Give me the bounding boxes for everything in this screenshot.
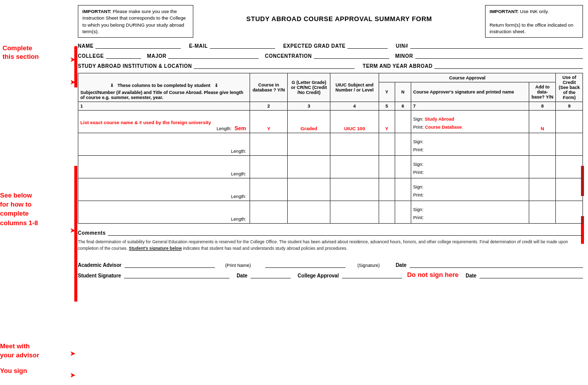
email-field-line <box>210 42 275 49</box>
important-left-label: IMPORTANT: <box>82 9 111 14</box>
row4-col4 <box>330 178 379 201</box>
th-num7: 7 <box>411 102 529 111</box>
college-field-line <box>106 52 141 59</box>
disclaimer-text: The final determination of suitability f… <box>78 239 583 252</box>
row4-col9 <box>556 178 583 201</box>
field-row-3: STUDY ABROAD INSTITUTION & LOCATION TERM… <box>78 62 583 69</box>
table-row-2: Length: Sign:Print: <box>78 133 583 156</box>
row5-col3 <box>287 201 330 224</box>
row1-col5: Y <box>379 111 395 133</box>
row3-col8 <box>529 156 556 178</box>
th-col3: G (Letter Grade) or CR/NC (Credit /No Cr… <box>287 73 330 102</box>
fields-section: NAME E-MAIL EXPECTED GRAD DATE UIN# COLL… <box>78 42 583 69</box>
th-num9: 9 <box>556 102 583 111</box>
college-label: COLLEGE <box>78 53 104 59</box>
form-container: IMPORTANT: Please make sure you use the … <box>78 5 583 278</box>
do-not-sign: Do not sign here <box>407 271 459 278</box>
row2-col9 <box>556 133 583 156</box>
name-label: NAME <box>78 43 93 49</box>
row5-subject: Length: <box>78 201 250 224</box>
arrow-you-sign: ➤ <box>70 371 76 379</box>
th-num3: 3 <box>287 102 330 111</box>
row2-col6 <box>395 133 411 156</box>
signature-section: Academic Advisor (Print Name) (Signature… <box>78 256 583 278</box>
concentration-label: CONCENTRATION <box>265 53 312 59</box>
row1-col8: N <box>529 111 556 133</box>
row1-sign: Study Abroad <box>425 117 454 122</box>
print-name-label: (Print Name) <box>218 263 258 268</box>
row5-col9 <box>556 201 583 224</box>
row3-col7: Sign:Print: <box>411 156 529 178</box>
advisor-label: Academic Advisor <box>78 262 122 268</box>
table-row-3: Length: Sign:Print: <box>78 156 583 178</box>
th-add-db: Add to data-base? Y/N <box>529 82 556 102</box>
minor-label: MINOR <box>395 53 413 59</box>
table-row-5: Length: Sign:Print: <box>78 201 583 224</box>
row3-col4 <box>330 156 379 178</box>
comments-line: Comments <box>78 229 583 236</box>
course-table: ⇓ These columns to be completed by stude… <box>78 73 583 224</box>
comments-label: Comments <box>78 230 106 236</box>
college-approval-line <box>342 271 402 278</box>
form-title: STUDY ABROAD COURSE APPROVAL SUMMARY FOR… <box>198 15 480 23</box>
row1-print: Course Database <box>425 125 462 130</box>
minor-field-line <box>415 52 583 59</box>
arrow-see-below: ➤ <box>70 226 76 234</box>
student-date-label: Date <box>237 273 248 278</box>
disclaimer-bold: Student's signature below <box>129 246 182 251</box>
field-row-2: COLLEGE MAJOR CONCENTRATION MINOR <box>78 52 583 59</box>
print-name-label-wrapper: (Print Name) <box>218 256 258 268</box>
row2-subject: Length: <box>78 133 250 156</box>
row5-col8 <box>529 201 556 224</box>
sig-row-student: Student Signature Date College Approval … <box>78 271 583 278</box>
row4-col3 <box>287 178 330 201</box>
row2-col5 <box>379 133 395 156</box>
row1-col7: Sign: Study Abroad Print: Course Databas… <box>411 111 529 133</box>
arrow-complete: ➤ <box>70 55 76 63</box>
th-num6: 6 <box>395 102 411 111</box>
row4-col6 <box>395 178 411 201</box>
th-col2: Course in database ? Y/N <box>250 73 288 102</box>
row5-col2 <box>250 201 288 224</box>
form-header: IMPORTANT: Please make sure you use the … <box>78 5 583 38</box>
final-date-line <box>480 271 583 278</box>
form-title-area: STUDY ABROAD COURSE APPROVAL SUMMARY FOR… <box>198 5 480 23</box>
row3-col3 <box>287 156 330 178</box>
row5-col7: Sign:Print: <box>411 201 529 224</box>
final-date-label: Date <box>465 273 477 278</box>
disclaimer-end: indicates that student has read and unde… <box>183 246 347 251</box>
advisor-date-line <box>410 261 583 268</box>
th-num4: 4 <box>330 102 379 111</box>
th-student-note-label: These columns to be completed by student <box>117 83 210 88</box>
th-subject: ⇓ These columns to be completed by stude… <box>78 73 250 102</box>
row5-col6 <box>395 201 411 224</box>
row2-col3 <box>287 133 330 156</box>
th-approver: Course Approver's signature and printed … <box>411 82 529 102</box>
row1-subject: List exact course name & # used by the f… <box>78 111 250 133</box>
row4-col5 <box>379 178 395 201</box>
row1-col4: UIUC 100 <box>330 111 379 133</box>
comments-field-line <box>108 229 583 236</box>
row4-col8 <box>529 178 556 201</box>
row1-col2: Y <box>250 111 288 133</box>
grad-date-label: EXPECTED GRAD DATE <box>283 43 345 49</box>
name-field-line <box>95 42 181 49</box>
institution-label: STUDY ABROAD INSTITUTION & LOCATION <box>78 63 192 69</box>
advisor-sig-line <box>265 261 345 268</box>
th-yn-y: Y <box>379 82 395 102</box>
student-label: Student Signature <box>78 273 121 278</box>
arrow-meet: ➤ <box>70 349 76 357</box>
th-num1: 1 <box>78 102 250 111</box>
row4-col7: Sign:Print: <box>411 178 529 201</box>
th-num5: 5 <box>379 102 395 111</box>
student-sig-line <box>124 271 229 278</box>
row2-col8 <box>529 133 556 156</box>
row1-col3: Graded <box>287 111 330 133</box>
th-use-credit: Use of Credit (See back of the Form) <box>556 73 583 102</box>
signature-label-wrapper: (Signature) <box>348 263 389 268</box>
row3-col5 <box>379 156 395 178</box>
sig-row-advisor: Academic Advisor (Print Name) (Signature… <box>78 256 583 268</box>
important-box-left: IMPORTANT: Please make sure you use the … <box>78 5 193 38</box>
major-label: MAJOR <box>147 53 167 59</box>
institution-field-line <box>194 62 355 69</box>
